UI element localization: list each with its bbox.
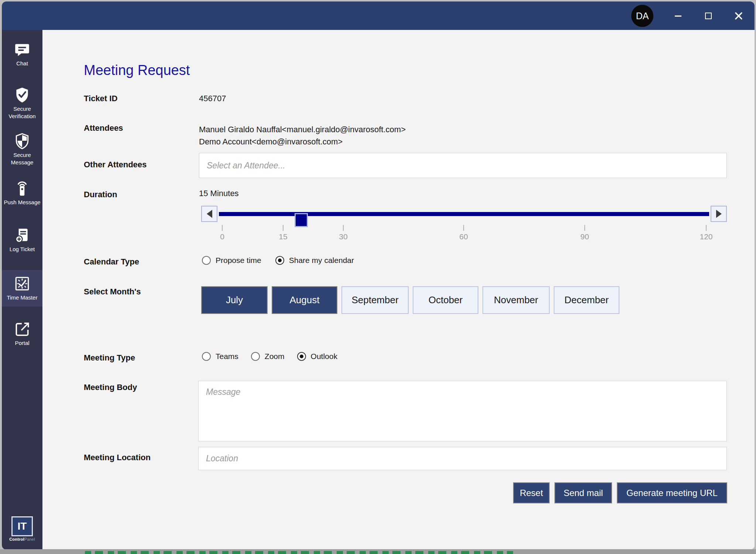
sidebar-item-label: Chat <box>3 60 41 67</box>
slider-tick <box>343 225 344 231</box>
maximize-button[interactable] <box>700 10 717 22</box>
select-months-label: Select Month's <box>84 287 141 297</box>
slider-tick <box>283 225 284 231</box>
radio-circle-icon <box>202 256 211 265</box>
attendee-line-1: Manuel Giraldo Nauffal<manuel.giraldo@in… <box>199 123 406 136</box>
it-logo-subtitle: ControlPanel <box>9 537 35 541</box>
it-logo-square: IT <box>11 516 33 536</box>
meeting-location-input[interactable] <box>198 447 727 470</box>
reset-button[interactable]: Reset <box>513 482 550 503</box>
chat-icon <box>14 41 31 58</box>
generate-meeting-url-button[interactable]: Generate meeting URL <box>617 482 727 503</box>
slider-tick <box>706 225 707 231</box>
sidebar-item-time-master[interactable]: Time Master <box>2 270 42 307</box>
it-controlpanel-logo: IT ControlPanel <box>9 516 35 541</box>
slider-increase-button[interactable] <box>711 206 727 222</box>
close-button[interactable] <box>730 10 748 22</box>
sidebar-item-portal[interactable]: Portal <box>2 321 42 347</box>
maximize-icon <box>705 13 712 19</box>
slider-tick <box>222 225 223 231</box>
slider-tick <box>584 225 585 231</box>
slider-track[interactable] <box>219 212 709 216</box>
meeting-type-label: Meeting Type <box>84 353 135 363</box>
slider-tick-label: 90 <box>574 232 596 241</box>
month-button-october[interactable]: October <box>413 286 478 314</box>
sidebar-item-secure-message[interactable]: Secure Message <box>2 133 42 166</box>
ticket-id-label: Ticket ID <box>84 94 117 103</box>
sidebar-item-label: Time Master <box>3 294 41 301</box>
duration-label: Duration <box>84 190 117 199</box>
sidebar-item-log-ticket[interactable]: Log Ticket <box>2 227 42 253</box>
action-buttons: Reset Send mail Generate meeting URL <box>513 482 727 503</box>
sidebar-item-label: Push Message <box>3 199 41 206</box>
radio-circle-icon <box>251 352 260 361</box>
radio-circle-icon <box>275 256 284 265</box>
app-window: DA Chat Secure Verifi <box>2 1 755 550</box>
shield-check-icon <box>14 86 31 103</box>
other-attendees-label: Other Attendees <box>84 160 147 170</box>
meeting-location-label: Meeting Location <box>84 453 151 462</box>
slider-decrease-button[interactable] <box>201 206 217 222</box>
page-title: Meeting Request <box>84 62 190 78</box>
sidebar-item-chat[interactable]: Chat <box>2 41 42 67</box>
radio-share-my-calendar[interactable]: Share my calendar <box>275 256 354 265</box>
minimize-button[interactable] <box>669 10 687 22</box>
calendar-type-options: Propose time Share my calendar <box>202 256 354 265</box>
meeting-type-options: Teams Zoom Outlook <box>202 352 337 361</box>
slider-tick-label: 0 <box>211 232 233 241</box>
avatar[interactable]: DA <box>631 5 653 27</box>
other-attendees-input[interactable] <box>199 153 727 178</box>
radio-outlook[interactable]: Outlook <box>297 352 337 361</box>
send-mail-button[interactable]: Send mail <box>554 482 612 503</box>
radio-circle-icon <box>202 352 211 361</box>
month-button-september[interactable]: September <box>341 286 409 314</box>
sidebar-item-label: Secure Verification <box>3 105 41 120</box>
minimize-icon <box>675 16 681 17</box>
arrow-right-icon <box>716 210 722 218</box>
attendees-label: Attendees <box>84 123 123 133</box>
slider-thumb[interactable] <box>295 213 308 227</box>
slider-tick <box>463 225 464 231</box>
sidebar-item-push-message[interactable]: Push Message <box>2 180 42 206</box>
title-bar: DA <box>2 1 755 30</box>
meeting-request-form: Meeting Request Ticket ID 456707 Attende… <box>42 30 755 550</box>
slider-tick-label: 60 <box>453 232 475 241</box>
meeting-body-label: Meeting Body <box>84 383 137 392</box>
sidebar-item-label: Portal <box>3 339 41 347</box>
sidebar-item-secure-verification[interactable]: Secure Verification <box>2 86 42 120</box>
duration-slider: 0 15 30 60 90 120 <box>201 206 727 223</box>
external-link-icon <box>14 321 31 338</box>
radio-teams[interactable]: Teams <box>202 352 238 361</box>
arrow-left-icon <box>207 210 212 218</box>
clock-square-icon <box>14 275 31 292</box>
attendee-line-2: Demo Account<demo@invarosoft.com> <box>199 136 343 148</box>
ticket-id-value: 456707 <box>199 94 226 103</box>
remote-broadcast-icon <box>14 180 31 197</box>
sidebar-item-label: Log Ticket <box>3 246 41 253</box>
calendar-type-label: Calendar Type <box>84 257 139 267</box>
close-icon <box>734 11 743 20</box>
radio-zoom[interactable]: Zoom <box>251 352 285 361</box>
duration-value: 15 Minutes <box>199 189 239 198</box>
slider-tick-label: 120 <box>695 232 717 241</box>
document-add-icon <box>14 227 31 244</box>
slider-tick-label: 30 <box>332 232 354 241</box>
shield-quadrant-icon <box>14 133 31 150</box>
background-app-sliver <box>85 551 513 554</box>
meeting-body-textarea[interactable] <box>198 381 727 441</box>
sidebar: Chat Secure Verification Secure Message <box>2 30 42 550</box>
month-button-july[interactable]: July <box>201 286 268 314</box>
month-button-august[interactable]: August <box>272 286 337 314</box>
desktop-background-strip <box>0 549 756 554</box>
slider-tick-label: 15 <box>272 232 294 241</box>
month-button-december[interactable]: December <box>554 286 619 314</box>
radio-propose-time[interactable]: Propose time <box>202 256 261 265</box>
month-button-november[interactable]: November <box>482 286 550 314</box>
month-buttons: July August September October November D… <box>201 286 619 314</box>
sidebar-item-label: Secure Message <box>3 151 41 166</box>
radio-circle-icon <box>297 352 306 361</box>
